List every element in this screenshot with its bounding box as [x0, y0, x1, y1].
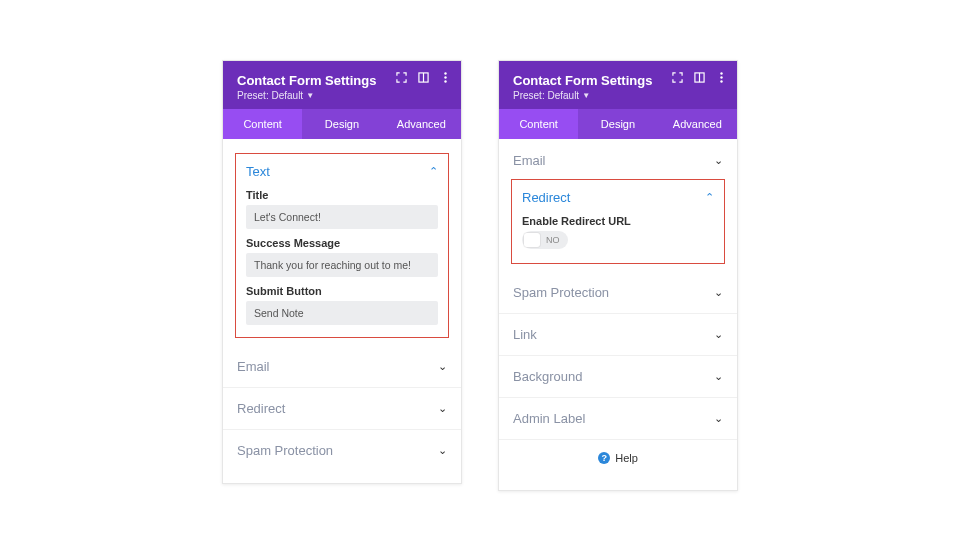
chevron-up-icon: ⌃ [705, 191, 714, 204]
help-icon: ? [598, 452, 610, 464]
more-icon[interactable] [439, 71, 451, 83]
row-redirect[interactable]: Redirect ⌄ [235, 390, 449, 427]
tab-design[interactable]: Design [578, 109, 657, 139]
caret-down-icon: ▼ [306, 91, 314, 100]
row-spam[interactable]: Spam Protection ⌄ [511, 274, 725, 311]
divider [223, 429, 461, 430]
more-icon[interactable] [715, 71, 727, 83]
title-input[interactable] [246, 205, 438, 229]
preset-selector[interactable]: Preset: Default ▼ [237, 90, 447, 101]
submit-input[interactable] [246, 301, 438, 325]
svg-point-2 [444, 72, 446, 74]
expand-icon[interactable] [395, 71, 407, 83]
row-label: Background [513, 369, 582, 384]
chevron-down-icon: ⌄ [714, 412, 723, 425]
field-label-submit: Submit Button [246, 285, 438, 297]
row-email[interactable]: Email ⌄ [511, 153, 725, 179]
section-header-text[interactable]: Text ⌃ [246, 164, 438, 179]
panel-header: Contact Form Settings Preset: Default ▼ [499, 61, 737, 109]
chevron-down-icon: ⌄ [714, 286, 723, 299]
row-background[interactable]: Background ⌄ [511, 358, 725, 395]
header-icons [395, 71, 451, 83]
columns-icon[interactable] [417, 71, 429, 83]
chevron-up-icon: ⌃ [429, 165, 438, 178]
tab-design[interactable]: Design [302, 109, 381, 139]
tabs: Content Design Advanced [499, 109, 737, 139]
tab-content[interactable]: Content [499, 109, 578, 139]
row-label: Redirect [237, 401, 285, 416]
section-header-redirect[interactable]: Redirect ⌃ [522, 190, 714, 205]
help-label: Help [615, 452, 638, 464]
chevron-down-icon: ⌄ [438, 360, 447, 373]
row-label: Link [513, 327, 537, 342]
panel-body: Text ⌃ Title Success Message Submit Butt… [223, 139, 461, 483]
enable-redirect-toggle[interactable]: NO [522, 231, 568, 249]
text-section-highlighted: Text ⌃ Title Success Message Submit Butt… [235, 153, 449, 338]
field-label-success: Success Message [246, 237, 438, 249]
row-spam[interactable]: Spam Protection ⌄ [235, 432, 449, 469]
divider [223, 387, 461, 388]
section-title-label: Text [246, 164, 270, 179]
preset-label: Preset: Default [237, 90, 303, 101]
chevron-down-icon: ⌄ [714, 328, 723, 341]
row-email[interactable]: Email ⌄ [235, 348, 449, 385]
tab-advanced[interactable]: Advanced [382, 109, 461, 139]
svg-point-9 [720, 80, 722, 82]
chevron-down-icon: ⌄ [714, 370, 723, 383]
tab-advanced[interactable]: Advanced [658, 109, 737, 139]
toggle-knob [524, 233, 540, 247]
tab-content[interactable]: Content [223, 109, 302, 139]
toggle-value: NO [546, 235, 560, 245]
divider [499, 439, 737, 440]
row-label: Email [513, 153, 546, 168]
row-label: Email [237, 359, 270, 374]
row-admin-label[interactable]: Admin Label ⌄ [511, 400, 725, 437]
settings-panel-right: Contact Form Settings Preset: Default ▼ … [498, 60, 738, 491]
preset-selector[interactable]: Preset: Default ▼ [513, 90, 723, 101]
panel-header: Contact Form Settings Preset: Default ▼ [223, 61, 461, 109]
expand-icon[interactable] [671, 71, 683, 83]
divider [499, 313, 737, 314]
row-label: Admin Label [513, 411, 585, 426]
success-input[interactable] [246, 253, 438, 277]
caret-down-icon: ▼ [582, 91, 590, 100]
settings-panel-left: Contact Form Settings Preset: Default ▼ … [222, 60, 462, 484]
tabs: Content Design Advanced [223, 109, 461, 139]
divider [499, 355, 737, 356]
row-link[interactable]: Link ⌄ [511, 316, 725, 353]
redirect-section-highlighted: Redirect ⌃ Enable Redirect URL NO [511, 179, 725, 264]
field-label-enable-redirect: Enable Redirect URL [522, 215, 714, 227]
chevron-down-icon: ⌄ [714, 154, 723, 167]
svg-point-7 [720, 72, 722, 74]
svg-point-8 [720, 76, 722, 78]
svg-point-4 [444, 80, 446, 82]
row-label: Spam Protection [513, 285, 609, 300]
section-title-label: Redirect [522, 190, 570, 205]
preset-label: Preset: Default [513, 90, 579, 101]
panel-body: Email ⌄ Redirect ⌃ Enable Redirect URL N… [499, 139, 737, 490]
field-label-title: Title [246, 189, 438, 201]
chevron-down-icon: ⌄ [438, 444, 447, 457]
row-label: Spam Protection [237, 443, 333, 458]
help-link[interactable]: ? Help [511, 442, 725, 476]
columns-icon[interactable] [693, 71, 705, 83]
divider [499, 397, 737, 398]
chevron-down-icon: ⌄ [438, 402, 447, 415]
svg-point-3 [444, 76, 446, 78]
header-icons [671, 71, 727, 83]
